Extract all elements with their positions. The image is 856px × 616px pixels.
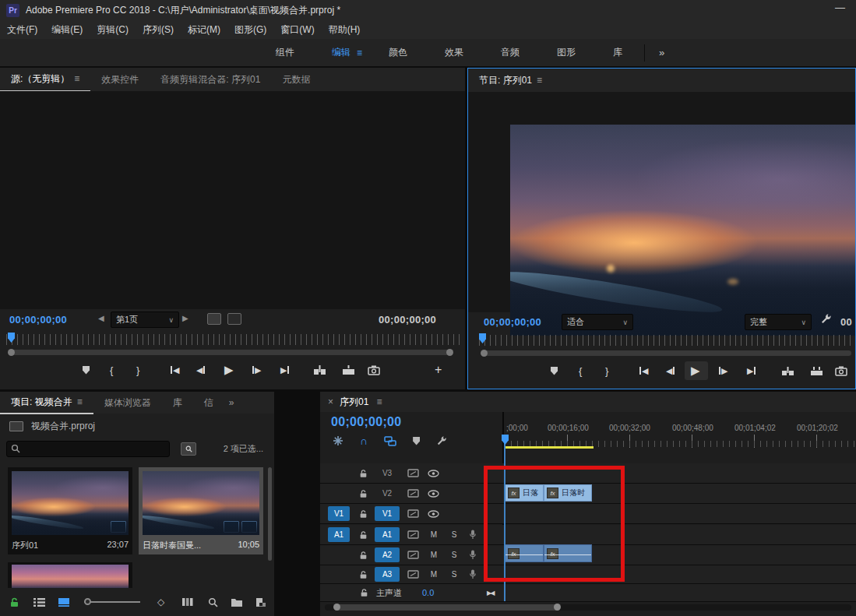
panel-menu-icon[interactable]: ≡ [77,396,83,407]
menu-sequence[interactable]: 序列(S) [136,23,181,37]
scrollbar-handle-left[interactable] [8,349,15,356]
scrollbar-handle-left[interactable] [333,604,340,611]
panel-overflow-button[interactable]: » [224,392,239,414]
workspace-tab-assembly[interactable]: 组件 [257,46,313,59]
list-view-icon[interactable] [33,597,45,607]
tab-metadata[interactable]: 元数据 [271,68,321,91]
sync-lock-icon[interactable] [407,489,419,498]
mute-button[interactable]: M [429,570,439,579]
sync-lock-icon[interactable] [407,530,419,539]
track-target-v1[interactable]: V1 [375,506,400,521]
timeline-tab-label[interactable]: 序列01 [340,396,368,409]
source-patch-v1[interactable]: V1 [328,506,350,521]
tab-source[interactable]: 源:（无剪辑） ≡ [0,67,90,92]
project-scrollbar[interactable] [268,467,272,561]
project-writable-icon[interactable] [9,597,19,607]
lock-icon[interactable] [357,530,369,540]
project-item-partial[interactable] [8,562,132,588]
timeline-scrollbar-track[interactable] [325,604,851,611]
workspace-tab-audio[interactable]: 音频 [482,46,538,59]
mark-out-icon[interactable]: } [605,361,608,380]
lock-icon[interactable] [357,509,369,519]
next-page-icon[interactable]: ▶ [182,314,188,322]
add-marker-icon[interactable] [551,361,558,380]
lock-icon[interactable] [357,469,369,478]
panel-menu-icon[interactable]: ≡ [376,396,382,407]
tab-project[interactable]: 项目: 视频合并 ≡ [0,392,93,414]
page-select-dropdown[interactable]: 第1页∨ [111,312,179,328]
sync-lock-icon[interactable] [407,570,419,579]
source-time-ruler[interactable] [6,334,460,345]
go-to-out-icon[interactable]: ▶ [280,361,289,379]
sync-lock-icon[interactable] [407,509,419,518]
new-item-icon[interactable] [255,597,266,607]
panel-menu-icon[interactable]: ≡ [537,75,542,86]
lock-icon[interactable] [357,489,369,498]
go-to-in-icon[interactable]: ◀ [171,361,179,379]
panel-menu-icon[interactable]: ≡ [74,73,79,84]
tab-info[interactable]: 信 [193,392,224,414]
menu-graphics[interactable]: 图形(G) [227,23,273,37]
solo-button[interactable]: S [449,530,459,539]
minimize-button[interactable]: — [835,2,845,13]
export-frame-icon[interactable] [835,361,847,380]
timeline-settings-icon[interactable] [436,435,447,446]
voiceover-mic-icon[interactable] [470,550,476,560]
grid-overlay-icon[interactable] [207,313,221,325]
linked-selection-icon[interactable] [384,436,396,446]
lock-icon[interactable] [358,588,370,597]
button-editor-icon[interactable]: + [435,361,442,379]
voiceover-mic-icon[interactable] [470,569,476,579]
track-target-a3[interactable]: A3 [375,567,400,582]
pan-bowtie-icon[interactable]: ▶◀ [487,590,493,597]
tab-effect-controls[interactable]: 效果控件 [90,68,150,91]
source-timecode[interactable]: 00;00;00;00 [9,314,67,326]
workspace-tab-effects[interactable]: 效果 [426,46,482,59]
mute-button[interactable]: M [429,530,439,539]
solo-button[interactable]: S [449,570,459,579]
monitor-settings-icon[interactable] [820,313,832,325]
automate-to-sequence-icon[interactable] [181,597,194,607]
add-marker-icon[interactable] [413,437,420,445]
tab-audio-clip-mixer[interactable]: 音频剪辑混合器: 序列01 [150,68,271,91]
project-breadcrumb[interactable]: 视频合并.prproj [0,417,95,435]
nest-toggle-icon[interactable] [333,435,343,446]
search-bin-icon[interactable] [181,442,196,456]
source-patch-a1[interactable]: A1 [328,527,350,542]
eye-icon[interactable] [428,470,439,477]
source-zoom-scrollbar[interactable] [9,350,452,355]
search-box[interactable] [6,441,170,457]
timeline-scrollbar-thumb[interactable] [334,604,560,611]
scrollbar-handle-right[interactable] [446,349,453,356]
search-input[interactable] [24,443,167,454]
lift-icon[interactable] [781,361,794,380]
mark-in-icon[interactable]: { [110,361,113,379]
snap-icon[interactable]: ∩ [360,437,368,445]
overwrite-icon[interactable] [342,361,355,379]
eye-icon[interactable] [428,510,439,518]
program-timecode[interactable]: 00;00;00;00 [484,316,541,328]
trim-mode-icon[interactable] [227,313,241,325]
scrollbar-handle-right[interactable] [554,604,561,611]
track-target-a2[interactable]: A2 [375,547,400,562]
go-to-out-icon[interactable]: ▶ [747,361,756,380]
solo-button[interactable]: S [449,551,459,559]
thumbnail-zoom-slider[interactable] [84,597,140,607]
play-icon[interactable]: ▶ [691,361,700,380]
add-marker-icon[interactable] [83,361,90,379]
fit-zoom-dropdown[interactable]: 适合∨ [562,314,633,330]
menu-window[interactable]: 窗口(W) [273,23,321,37]
menu-clip[interactable]: 剪辑(C) [90,23,136,37]
project-item-clip[interactable]: 日落时泰国曼... 10;05 [139,467,263,554]
sync-lock-icon[interactable] [407,469,419,477]
playback-quality-dropdown[interactable]: 完整∨ [745,314,812,330]
master-level-value[interactable]: 0.0 [422,588,434,597]
tab-libraries[interactable]: 库 [162,392,193,414]
new-bin-icon[interactable] [231,597,243,607]
workspace-tab-graphics[interactable]: 图形 [538,46,594,59]
prev-page-icon[interactable]: ◀ [98,314,104,322]
lock-icon[interactable] [357,551,369,560]
menu-help[interactable]: 帮助(H) [322,23,368,37]
program-zoom-scrollbar[interactable] [482,350,851,356]
program-time-ruler[interactable] [479,335,851,346]
